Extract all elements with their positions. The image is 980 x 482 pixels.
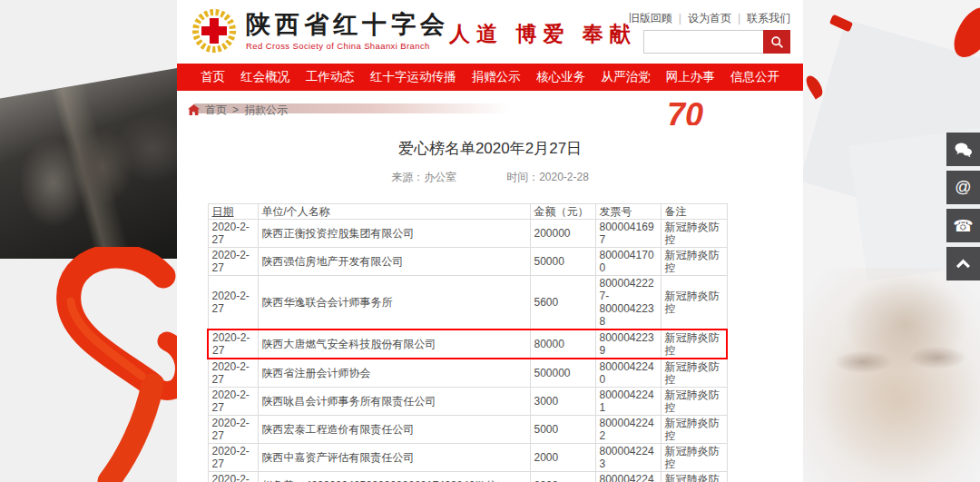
nav-item-core-business[interactable]: 核心业务 xyxy=(536,69,585,85)
cell-name: 陕西中嘉资产评估有限责任公司 xyxy=(258,444,530,472)
floating-contact-bar: @ ☎ xyxy=(946,133,980,280)
cell-invoice: 8000042242 xyxy=(595,416,661,444)
cell-date: 2020-2-27 xyxy=(208,388,258,416)
breadcrumb-home[interactable]: 首页 xyxy=(205,103,227,118)
cell-invoice: 8000042240 xyxy=(595,359,661,388)
site-title: 陕西省红十字会 xyxy=(246,11,449,38)
cell-note: 新冠肺炎防控 xyxy=(661,472,727,482)
nav-item-overview[interactable]: 红会概况 xyxy=(240,69,289,85)
cell-name: 陕西华逸联合会计师事务所 xyxy=(258,276,530,330)
cell-note: 新冠肺炎防控 xyxy=(661,220,727,248)
cell-amount: 50000 xyxy=(530,248,595,276)
content-column: 陕西省红十字会 Red Cross Society of China Shaan… xyxy=(177,0,803,482)
cell-amount: 3000 xyxy=(530,388,595,416)
column-header-amount: 金额（元） xyxy=(530,204,595,220)
chevron-up-icon xyxy=(956,259,971,269)
column-header-date[interactable]: 日期 xyxy=(208,204,258,220)
red-cross-emblem-logo xyxy=(191,7,238,54)
wechat-contact-button[interactable] xyxy=(946,133,980,166)
page-title: 爱心榜名单2020年2月27日 xyxy=(177,138,803,159)
cell-name: 陕西大唐燃气安全科技股份有限公司 xyxy=(258,330,530,359)
cell-invoice: 8000042227-8000042238 xyxy=(595,276,661,330)
cell-note: 新冠肺炎防控 xyxy=(661,248,727,276)
cell-name: 陕西正衡投资控股集团有限公司 xyxy=(258,220,530,248)
back-to-top-button[interactable] xyxy=(946,247,980,280)
site-subtitle: Red Cross Society of China Shaanxi Branc… xyxy=(246,41,449,51)
cell-date: 2020-2-27 xyxy=(208,359,258,388)
column-header-name: 单位/个人名称 xyxy=(258,204,530,220)
breadcrumb-current[interactable]: 捐款公示 xyxy=(244,103,288,118)
nav-item-online-services[interactable]: 网上办事 xyxy=(666,69,715,85)
search-icon xyxy=(770,35,784,49)
cell-invoice: 8000042244 xyxy=(595,472,661,482)
nav-item-movement[interactable]: 红十字运动传播 xyxy=(370,69,456,85)
table-row: 2020-2-27 陕西省注册会计师协会 500000 8000042240 新… xyxy=(208,359,727,388)
article-source: 来源：办公室 xyxy=(391,171,456,183)
link-contact-us[interactable]: 联系我们 xyxy=(747,12,790,25)
top-links: 旧版回顾|设为首页|联系我们 xyxy=(629,11,790,26)
cell-invoice: 8000041700 xyxy=(595,248,661,276)
cell-note: 新冠肺炎防控 xyxy=(661,330,727,359)
cell-date: 2020-2-27 xyxy=(208,276,258,330)
table-header-row: 日期 单位/个人名称 金额（元） 发票号 备注 xyxy=(208,204,727,220)
phone-icon: ☎ xyxy=(953,216,973,236)
cell-date: 2020-2-27 xyxy=(208,416,258,444)
cell-amount: 2000 xyxy=(530,472,595,482)
cell-note: 新冠肺炎防控 xyxy=(661,416,727,444)
nav-item-info-disclosure[interactable]: 信息公开 xyxy=(730,69,779,85)
cell-amount: 80000 xyxy=(530,330,595,359)
cell-name: 赵奂善（4200000485202002266017403840微信） xyxy=(258,472,530,482)
site-title-block: 陕西省红十字会 Red Cross Society of China Shaan… xyxy=(246,11,449,51)
left-decor-panel xyxy=(0,0,177,482)
table-row-highlighted: 2020-2-27 陕西大唐燃气安全科技股份有限公司 80000 8000042… xyxy=(208,330,727,359)
breadcrumb-separator: > xyxy=(232,103,239,116)
cell-name: 陕西强信房地产开发有限公司 xyxy=(258,248,530,276)
phone-contact-button[interactable]: ☎ xyxy=(946,209,980,242)
article-meta: 来源：办公室时间：2020-2-28 xyxy=(177,170,803,185)
site-header: 陕西省红十字会 Red Cross Society of China Shaan… xyxy=(177,0,803,64)
cell-date: 2020-2-27 xyxy=(208,330,258,359)
slogan: 人道 博爱 奉献 xyxy=(449,20,637,48)
nav-item-party-discipline[interactable]: 从严治党 xyxy=(601,69,650,85)
cell-note: 新冠肺炎防控 xyxy=(661,388,727,416)
cell-invoice: 8000042243 xyxy=(595,444,661,472)
main-area: 70 首页 > 捐款公示 爱心榜名单2020年2月27日 来源：办公室时间：20… xyxy=(177,102,803,482)
cell-amount: 500000 xyxy=(530,359,595,388)
cell-date: 2020-2-27 xyxy=(208,220,258,248)
link-old-version[interactable]: 旧版回顾 xyxy=(629,12,672,25)
cell-name: 陕西省注册会计师协会 xyxy=(258,359,530,388)
main-nav: 首页 红会概况 工作动态 红十字运动传播 捐赠公示 核心业务 从严治党 网上办事… xyxy=(177,64,803,91)
red-ribbon-heart-decoration xyxy=(16,247,177,482)
cell-invoice: 8000042241 xyxy=(595,388,661,416)
cell-amount: 2000 xyxy=(530,444,595,472)
at-icon: @ xyxy=(955,178,971,197)
search-bar xyxy=(643,30,790,54)
column-header-note: 备注 xyxy=(661,204,727,220)
table-row: 2020-2-27 陕西中嘉资产评估有限责任公司 2000 8000042243… xyxy=(208,444,727,472)
children-photo-decoration xyxy=(0,68,177,259)
cell-amount: 5600 xyxy=(530,276,595,330)
email-contact-button[interactable]: @ xyxy=(946,171,980,204)
cell-name: 陕西宏泰工程造价有限责任公司 xyxy=(258,416,530,444)
cell-name: 陕西咏昌会计师事务所有限责任公司 xyxy=(258,388,530,416)
search-input[interactable] xyxy=(643,30,763,54)
wechat-icon xyxy=(954,142,973,158)
column-header-invoice: 发票号 xyxy=(595,204,661,220)
link-separator: | xyxy=(679,12,681,25)
nav-item-donation-publicity[interactable]: 捐赠公示 xyxy=(472,69,521,85)
table-row: 2020-2-27 赵奂善（42000004852020022660174038… xyxy=(208,472,727,482)
nav-item-work-news[interactable]: 工作动态 xyxy=(306,69,355,85)
search-button[interactable] xyxy=(763,30,790,54)
cell-amount: 5000 xyxy=(530,416,595,444)
nav-item-home[interactable]: 首页 xyxy=(201,69,225,85)
link-separator: | xyxy=(738,12,740,25)
article-time: 时间：2020-2-28 xyxy=(506,171,589,183)
table-row: 2020-2-27 陕西咏昌会计师事务所有限责任公司 3000 80000422… xyxy=(208,388,727,416)
link-set-homepage[interactable]: 设为首页 xyxy=(688,12,731,25)
cell-invoice: 8000042239 xyxy=(595,330,661,359)
table-row: 2020-2-27 陕西宏泰工程造价有限责任公司 5000 8000042242… xyxy=(208,416,727,444)
donation-table: 日期 单位/个人名称 金额（元） 发票号 备注 2020-2-27 陕西正衡投资… xyxy=(207,203,728,482)
cell-invoice: 8000041697 xyxy=(595,220,661,248)
cell-date: 2020-2-27 xyxy=(208,472,258,482)
table-row: 2020-2-27 陕西强信房地产开发有限公司 50000 8000041700… xyxy=(208,248,727,276)
